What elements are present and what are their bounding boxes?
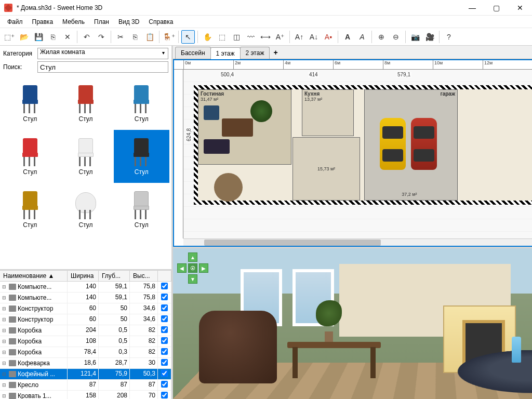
visible-checkbox[interactable] (161, 348, 168, 355)
nav-right-icon[interactable]: ▶ (199, 263, 208, 273)
text-increase-icon[interactable]: A↑ (292, 30, 306, 44)
zoom-in-icon[interactable]: ⊕ (375, 30, 388, 44)
pan-icon[interactable]: ✋ (201, 30, 214, 44)
visible-checkbox[interactable] (161, 283, 168, 289)
minimize-button[interactable]: — (460, 0, 484, 16)
table-row[interactable]: ⊟Коробка 1080,582 (0, 336, 171, 347)
visible-checkbox[interactable] (161, 359, 168, 366)
visible-checkbox[interactable] (161, 304, 168, 311)
photo-icon[interactable]: 📷 (408, 30, 422, 44)
table-row[interactable]: ⊟Конструктор 605034,6 (0, 314, 171, 325)
table-row[interactable]: ⊟Кофейный ... 121,475,950,3 (0, 369, 171, 380)
copy-icon[interactable]: ⎘ (128, 30, 142, 44)
catalog-item-label: Стул (23, 115, 37, 123)
nav-down-icon[interactable]: ▼ (188, 274, 197, 284)
tab-pool[interactable]: Бассейн (175, 47, 211, 59)
visible-checkbox[interactable] (161, 315, 168, 322)
table-row[interactable]: ⊟Компьюте... 14059,175,8 (0, 292, 171, 303)
open-icon[interactable]: 📂 (17, 30, 31, 44)
catalog-item[interactable]: Стул (2, 183, 58, 236)
menu-furniture[interactable]: Мебель (58, 17, 89, 27)
furniture-table[interactable] (214, 173, 243, 202)
maximize-button[interactable]: ▢ (484, 0, 508, 16)
undo-icon[interactable]: ↶ (80, 30, 94, 44)
visible-checkbox[interactable] (161, 370, 168, 377)
chair-icon (73, 191, 99, 219)
tab-floor1[interactable]: 1 этаж (210, 47, 241, 59)
visible-checkbox[interactable] (161, 392, 168, 398)
nav-up-icon[interactable]: ▲ (188, 252, 197, 262)
close-button[interactable]: ✕ (508, 0, 532, 16)
new-icon[interactable]: ⬚⁺ (3, 30, 16, 44)
car-red[interactable] (411, 118, 437, 170)
category-select[interactable]: Жилая комната (37, 48, 168, 59)
furniture-sofa[interactable] (204, 139, 230, 154)
table-row[interactable]: ⊟Кресло 878787 (0, 380, 171, 391)
zoom-out-icon[interactable]: ⊖ (389, 30, 403, 44)
catalog-item[interactable]: Стул (114, 77, 169, 130)
table-row[interactable]: ⊟Кофеварка 18,628,730 (0, 358, 171, 369)
col-height[interactable]: Выс... (130, 271, 158, 281)
cut-icon[interactable]: ✂ (114, 30, 127, 44)
col-width[interactable]: Ширина (68, 271, 99, 281)
menu-plan[interactable]: План (89, 17, 114, 27)
dimension-icon[interactable]: ⟷ (259, 30, 272, 44)
italic-icon[interactable]: A (355, 30, 369, 44)
add-furniture-icon[interactable]: 🪑⁺ (162, 30, 176, 44)
furniture-armchair[interactable] (204, 105, 219, 120)
paste-icon[interactable]: 📋 (143, 30, 156, 44)
car-yellow[interactable] (380, 118, 406, 170)
select-tool-icon[interactable]: ↖ (181, 30, 195, 44)
menu-edit[interactable]: Правка (28, 17, 58, 27)
menu-file[interactable]: Файл (3, 17, 28, 27)
table-row[interactable]: ⊟Конструктор 605034,6 (0, 303, 171, 314)
catalog-item[interactable]: Стул (58, 183, 113, 236)
nav-left-icon[interactable]: ◀ (177, 263, 187, 273)
save-icon[interactable]: 💾 (32, 30, 45, 44)
text-add-icon[interactable]: A⁺ (273, 30, 287, 44)
menu-help[interactable]: Справка (144, 17, 178, 27)
category-label: Категория (3, 50, 34, 57)
tab-floor2[interactable]: 2 этаж (240, 47, 270, 59)
text-color-icon[interactable]: A▪ (322, 30, 335, 44)
add-level-button[interactable]: + (269, 46, 282, 59)
catalog-item[interactable]: Стул (114, 183, 169, 236)
furniture-coffeetable[interactable] (222, 118, 253, 137)
prefs-icon[interactable]: ✕ (61, 30, 74, 44)
table-row[interactable]: ⊟Кровать 1... 15820870 (0, 391, 171, 399)
nav-center-icon[interactable]: ⦿ (188, 263, 197, 273)
plan-scroll-horizontal[interactable] (183, 238, 532, 246)
visible-checkbox[interactable] (161, 326, 168, 333)
catalog-item[interactable]: Стул (58, 77, 113, 130)
catalog-item[interactable]: Стул (114, 130, 169, 183)
visible-checkbox[interactable] (161, 294, 168, 300)
saveas-icon[interactable]: ⎘ (46, 30, 60, 44)
table-row[interactable]: ⊟Коробка 78,40,382 (0, 347, 171, 358)
room-living-area: 31,47 м² (201, 97, 218, 102)
table-row[interactable]: ⊟Компьюте... 14059,175,8 (0, 282, 171, 292)
chair-icon (17, 85, 43, 113)
room-icon[interactable]: ◫ (230, 30, 243, 44)
col-visible[interactable] (158, 271, 171, 281)
floor-plan[interactable]: 02468101214 500,4 414 579,1 624,8 624,8 … (173, 59, 532, 247)
polyline-icon[interactable]: 〰 (244, 30, 258, 44)
catalog-item[interactable]: Стул (2, 130, 58, 183)
col-name[interactable]: Наименование ▲ (0, 271, 68, 281)
wall-icon[interactable]: ⬚ (215, 30, 229, 44)
visible-checkbox[interactable] (161, 381, 168, 388)
catalog-item-label: Стул (78, 168, 92, 176)
col-depth[interactable]: Глуб... (99, 271, 130, 281)
visible-checkbox[interactable] (161, 337, 168, 344)
3d-view[interactable]: ▲ ▼ ◀ ▶ ⦿ (173, 248, 532, 399)
menu-view3d[interactable]: Вид 3D (114, 17, 144, 27)
video-icon[interactable]: 🎥 (423, 30, 436, 44)
text-decrease-icon[interactable]: A↓ (307, 30, 321, 44)
redo-icon[interactable]: ↷ (95, 30, 108, 44)
search-input[interactable] (37, 61, 168, 73)
furniture-plant[interactable] (250, 100, 272, 122)
help-icon[interactable]: ? (442, 30, 456, 44)
table-row[interactable]: ⊟Коробка 2040,582 (0, 325, 171, 336)
bold-icon[interactable]: A (341, 30, 354, 44)
catalog-item[interactable]: Стул (58, 130, 113, 183)
catalog-item[interactable]: Стул (2, 77, 58, 130)
